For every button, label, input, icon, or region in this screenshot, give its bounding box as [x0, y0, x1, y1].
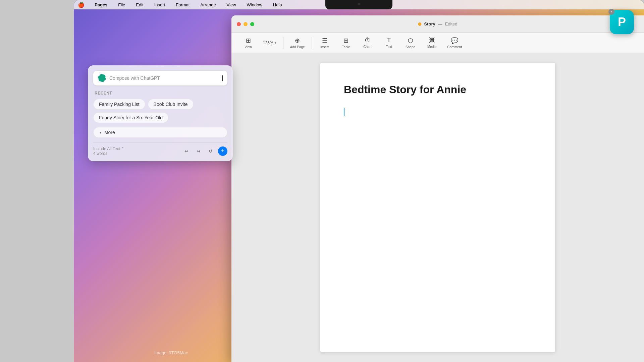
- recent-chip-book-club[interactable]: Book Club Invite: [148, 99, 194, 110]
- text-icon: T: [387, 37, 391, 44]
- include-text-shortcut: ⌃: [121, 146, 124, 151]
- chatgpt-input-row[interactable]: Compose with ChatGPT: [93, 71, 227, 85]
- menubar-edit[interactable]: Edit: [134, 2, 145, 8]
- toolbar-insert-button[interactable]: ☰ Insert: [315, 35, 335, 51]
- pages-title-dot: [418, 22, 421, 26]
- redo-button[interactable]: ↪: [194, 146, 203, 156]
- zoom-value: 125%: [263, 41, 273, 45]
- toolbar-chart-button[interactable]: ⏱ Chart: [358, 35, 378, 51]
- app-icon-letter: P: [618, 15, 626, 29]
- attribution-text: Image: 9TO5Mac: [154, 350, 188, 355]
- include-text-text: Include All Text: [93, 146, 120, 151]
- chatgpt-input-placeholder[interactable]: Compose with ChatGPT: [109, 75, 219, 81]
- toolbar-shape-button[interactable]: ⬡ Shape: [400, 35, 421, 51]
- toolbar-media-button[interactable]: 🖼 Media: [422, 35, 442, 51]
- menubar-pages[interactable]: Pages: [93, 2, 109, 8]
- toolbar-separator-1: [283, 37, 283, 49]
- submit-button[interactable]: +: [218, 146, 227, 156]
- menubar-insert[interactable]: Insert: [152, 2, 167, 8]
- media-icon: 🖼: [429, 37, 435, 44]
- more-button[interactable]: ▼ More: [93, 127, 227, 138]
- panel-bottom: Include All Text ⌃ 4 words ↩ ↪ ↺ +: [93, 142, 227, 156]
- table-icon: ⊞: [343, 37, 348, 44]
- zoom-chevron-icon: ▼: [274, 41, 277, 45]
- shape-icon: ⬡: [408, 37, 413, 44]
- toolbar-comment-button[interactable]: 💬 Comment: [443, 35, 466, 51]
- pages-content[interactable]: Bedtime Story for Annie: [231, 53, 644, 362]
- toolbar-zoom-button[interactable]: 125% ▼: [260, 39, 280, 47]
- recent-chips-container: Family Packing List Book Club Invite Fun…: [93, 99, 227, 123]
- window-maximize-button[interactable]: [250, 22, 254, 26]
- document-page: Bedtime Story for Annie: [320, 63, 555, 352]
- document-name: Story: [424, 21, 435, 26]
- window-title: Story — Edited: [418, 21, 457, 26]
- toolbar-text-button[interactable]: T Text: [379, 35, 399, 51]
- edited-status: Edited: [445, 21, 458, 26]
- toolbar-separator-2: [312, 37, 312, 49]
- menubar-help[interactable]: Help: [271, 2, 284, 8]
- more-chevron-icon: ▼: [99, 131, 102, 134]
- toolbar-table-button[interactable]: ⊞ Table: [336, 35, 356, 51]
- text-cursor: [222, 75, 223, 81]
- recent-section-label: Recent: [93, 91, 227, 96]
- chart-icon: ⏱: [365, 37, 371, 44]
- menubar-window[interactable]: Window: [245, 2, 264, 8]
- comment-label: Comment: [447, 45, 462, 49]
- retry-button[interactable]: ↺: [206, 146, 215, 156]
- recent-chip-family-packing[interactable]: Family Packing List: [93, 99, 145, 110]
- chart-label: Chart: [363, 45, 371, 49]
- menubar-file[interactable]: File: [116, 2, 127, 8]
- menubar-view[interactable]: View: [225, 2, 238, 8]
- more-label: More: [104, 130, 115, 135]
- window-close-button[interactable]: [237, 22, 241, 26]
- toolbar-add-page-button[interactable]: ⊕ Add Page: [286, 35, 309, 51]
- apple-menu-icon[interactable]: 🍎: [78, 2, 85, 8]
- word-count: 4 words: [93, 151, 124, 156]
- panel-actions: ↩ ↪ ↺ +: [182, 146, 227, 156]
- app-icon-corner[interactable]: × P: [610, 10, 634, 34]
- camera-dot: [358, 3, 360, 5]
- pages-window: Story — Edited ⊞ View 125% ▼ ⊕ Add Page: [231, 15, 644, 362]
- table-label: Table: [342, 45, 350, 49]
- add-page-label: Add Page: [290, 45, 305, 49]
- undo-button[interactable]: ↩: [182, 146, 191, 156]
- add-page-icon: ⊕: [295, 37, 300, 44]
- window-minimize-button[interactable]: [244, 22, 248, 26]
- recent-chip-funny-story[interactable]: Funny Story for a Six-Year-Old: [93, 112, 168, 123]
- traffic-lights: [237, 22, 254, 26]
- document-cursor: [344, 108, 344, 116]
- menubar-format[interactable]: Format: [174, 2, 192, 8]
- laptop-bezel: 🍎 Pages File Edit Insert Format Arrange …: [74, 0, 644, 362]
- menubar-arrange[interactable]: Arrange: [198, 2, 218, 8]
- include-text-section: Include All Text ⌃ 4 words: [93, 146, 124, 156]
- shape-label: Shape: [406, 45, 415, 49]
- view-icon: ⊞: [246, 37, 251, 44]
- insert-label: Insert: [320, 45, 329, 49]
- chatgpt-panel: Compose with ChatGPT Recent Family Packi…: [88, 65, 233, 161]
- pages-toolbar: ⊞ View 125% ▼ ⊕ Add Page ☰ Insert: [231, 33, 644, 53]
- chatgpt-logo-icon: [98, 74, 106, 82]
- view-label: View: [245, 45, 252, 49]
- include-text-label[interactable]: Include All Text ⌃: [93, 146, 124, 151]
- text-label: Text: [386, 45, 392, 49]
- insert-icon: ☰: [322, 37, 327, 44]
- comment-icon: 💬: [451, 37, 458, 44]
- camera-notch: [325, 0, 392, 9]
- media-label: Media: [427, 45, 436, 49]
- app-icon-close-button[interactable]: ×: [608, 9, 614, 15]
- title-separator: —: [438, 21, 442, 26]
- document-title: Bedtime Story for Annie: [344, 83, 532, 96]
- pages-titlebar: Story — Edited: [231, 15, 644, 33]
- toolbar-view-button[interactable]: ⊞ View: [238, 35, 258, 51]
